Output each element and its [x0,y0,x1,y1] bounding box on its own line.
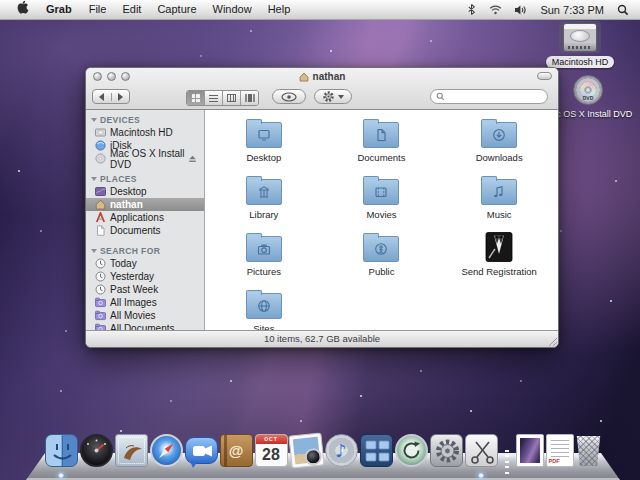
folder-icon [363,236,399,262]
folder-contents: Desktop Documents Downloads Library [205,110,558,330]
folder-icon [363,122,399,148]
sidebar-item-nathan[interactable]: nathan [86,198,204,211]
list-view-icon [209,95,218,102]
sidebar-section-places[interactable]: PLACES [86,172,204,185]
quick-look-button[interactable] [272,89,306,104]
disc-icon [95,153,106,164]
title-bar[interactable]: nathan [86,68,558,84]
dock-pdf-document[interactable]: PDF [546,434,574,467]
menu-capture[interactable]: Capture [149,0,204,19]
eject-icon[interactable] [188,154,197,163]
dock-grab[interactable] [465,434,498,467]
sidebar-section-search-for[interactable]: SEARCH FOR [86,244,204,257]
sidebar-section-devices[interactable]: DEVICES [86,113,204,126]
finder-icon [45,434,78,467]
sidebar-item-yesterday[interactable]: Yesterday [86,270,204,283]
menu-app-grab[interactable]: Grab [37,0,81,19]
dock-mail[interactable] [115,434,148,467]
volume-icon [514,4,527,16]
dock-safari[interactable] [150,434,183,467]
sidebar-item-all-documents[interactable]: All Documents [86,322,204,330]
sidebar-item-macintosh-hd[interactable]: Macintosh HD [86,126,204,139]
clock-icon [95,258,106,269]
bluetooth-menu-extra[interactable] [463,3,480,16]
back-arrow-icon [99,93,104,101]
list-view-button[interactable] [204,91,222,105]
ical-day: 28 [256,444,287,466]
status-bar: 10 items, 62.7 GB available [86,330,558,347]
home-icon [299,72,309,82]
documents-glyph-icon [373,129,389,142]
dock-spaces[interactable] [360,434,393,467]
resize-grip[interactable] [547,336,557,346]
menu-bar-clock[interactable]: Sun 7:33 PM [536,4,608,16]
folder-desktop[interactable]: Desktop [205,115,323,172]
spotlight-menu-extra[interactable] [614,4,632,16]
folder-movies[interactable]: Movies [323,172,441,229]
dock-address-book[interactable] [220,434,253,467]
folder-documents[interactable]: Documents [323,115,441,172]
dock-picture-document[interactable] [516,434,544,467]
sidebar-item-applications[interactable]: Applications [86,211,204,224]
forward-button[interactable] [111,93,130,101]
search-field[interactable] [430,89,548,104]
folder-downloads[interactable]: Downloads [440,115,558,172]
coverflow-view-button[interactable] [240,91,258,105]
dropdown-caret-icon [338,95,344,99]
folder-library[interactable]: Library [205,172,323,229]
sidebar-item-all-movies[interactable]: All Movies [86,309,204,322]
action-button[interactable] [314,89,352,104]
dock-trash[interactable] [576,436,602,467]
dock-ical[interactable]: OCT 28 [255,434,288,467]
sidebar: DEVICES Macintosh HD iDisk Mac OS X Inst… [86,110,205,330]
wifi-menu-extra[interactable] [486,4,505,15]
folder-music[interactable]: Music [440,172,558,229]
dock-time-machine[interactable] [395,434,428,467]
folder-public[interactable]: Public [323,229,441,286]
folder-pictures[interactable]: Pictures [205,229,323,286]
toolbar-toggle-pill[interactable] [537,72,552,80]
file-send-registration[interactable]: Send Registration [440,229,558,286]
sidebar-item-past-week[interactable]: Past Week [86,283,204,296]
bluetooth-icon [466,3,477,16]
dock-ichat[interactable] [185,437,218,467]
sidebar-item-all-images[interactable]: All Images [86,296,204,309]
menu-help[interactable]: Help [260,0,299,19]
sidebar-item-desktop[interactable]: Desktop [86,185,204,198]
dock-itunes[interactable] [325,434,358,467]
menu-window[interactable]: Window [205,0,260,19]
folder-icon [246,293,282,319]
volume-menu-extra[interactable] [511,4,530,16]
pdf-label: PDF [549,458,560,464]
music-glyph-icon [491,185,507,199]
dock-dashboard[interactable] [80,434,113,467]
menu-file[interactable]: File [81,0,115,19]
time-machine-icon [395,434,428,467]
clock-icon [95,271,106,282]
column-view-button[interactable] [222,91,240,105]
menu-edit[interactable]: Edit [114,0,149,19]
hard-drive-icon [563,23,597,52]
sidebar-item-documents[interactable]: Documents [86,224,204,237]
ical-month: OCT [256,435,287,444]
back-button[interactable] [93,93,111,101]
desktop-icon-macintosh-hd[interactable]: Macintosh HD [548,21,612,68]
menu-bar: Grab File Edit Capture Window Help Sun 7… [0,0,640,20]
window-title: nathan [86,70,558,83]
dock-finder[interactable] [45,434,78,467]
gear-icon [322,90,335,103]
dock-system-preferences[interactable] [430,434,463,467]
dock-iphoto[interactable] [290,434,323,467]
nav-buttons [92,89,130,104]
downloads-glyph-icon [491,128,507,142]
icon-view-button[interactable] [187,91,204,105]
mail-icon [115,434,148,467]
sidebar-item-install-dvd[interactable]: Mac OS X Install DVD [86,152,204,165]
desktop-glyph-icon [256,129,272,142]
sidebar-item-today[interactable]: Today [86,257,204,270]
dock-divider [505,450,509,476]
dock: OCT 28 [0,428,640,480]
apple-menu[interactable] [8,0,37,20]
folder-icon [481,179,517,205]
picture-document-icon [516,434,544,467]
